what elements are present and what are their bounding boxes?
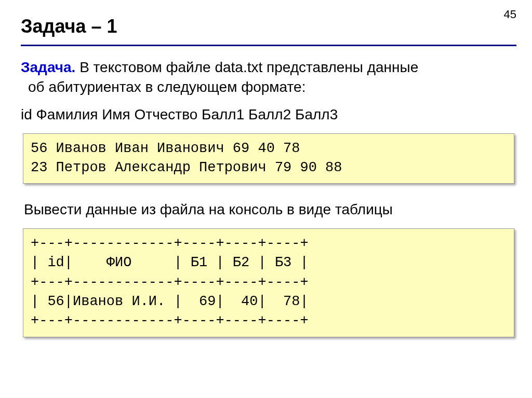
- code2-line5: +---+------------+----+----+----+: [31, 313, 309, 328]
- output-sample-block: +---+------------+----+----+----+ | id| …: [23, 228, 514, 337]
- page-title: Задача – 1: [21, 16, 516, 37]
- problem-line1-rest: В текстовом файле data.txt представлены …: [75, 59, 418, 75]
- page-number: 45: [504, 8, 516, 21]
- title-underline: [21, 45, 516, 46]
- problem-emphasis: Задача.: [21, 59, 75, 75]
- problem-line2: об абитуриентах в следующем формате:: [21, 79, 305, 95]
- input-sample-block: 56 Иванов Иван Иванович 69 40 78 23 Петр…: [23, 133, 514, 184]
- code1-line1: 56 Иванов Иван Иванович 69 40 78: [31, 141, 300, 156]
- code2-line2: | id| ФИО | Б1 | Б2 | Б3 |: [31, 255, 309, 270]
- format-line: id Фамилия Имя Отчество Балл1 Балл2 Балл…: [21, 106, 516, 123]
- code2-line3: +---+------------+----+----+----+: [31, 275, 309, 290]
- problem-statement: Задача. В текстовом файле data.txt предс…: [21, 58, 516, 97]
- code2-line1: +---+------------+----+----+----+: [31, 236, 309, 251]
- code2-line4: | 56|Иванов И.И. | 69| 40| 78|: [31, 294, 309, 309]
- code1-line2: 23 Петров Александр Петрович 79 90 88: [31, 160, 342, 175]
- output-intro: Вывести данные из файла на консоль в вид…: [24, 201, 516, 218]
